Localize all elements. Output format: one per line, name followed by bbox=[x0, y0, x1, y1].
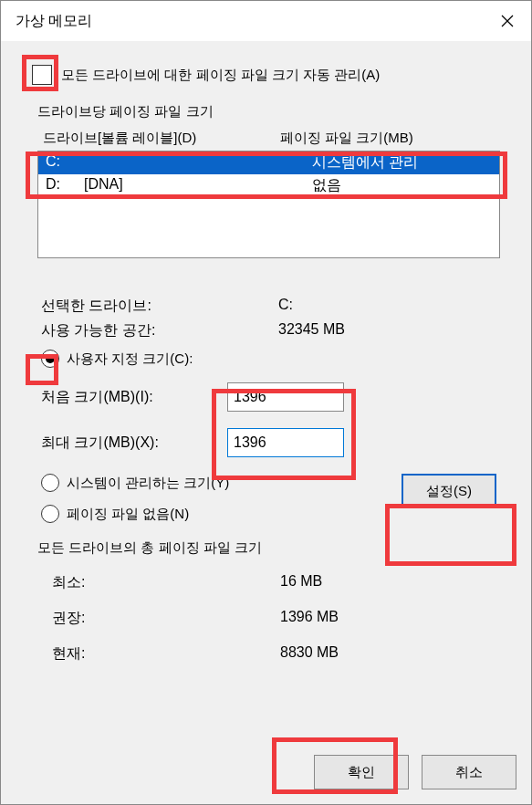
drive-list[interactable]: C: 시스템에서 관리 D: [DNA] 없음 bbox=[37, 151, 500, 258]
selected-drive-info: 선택한 드라이브: C: 사용 가능한 공간: 32345 MB bbox=[41, 297, 509, 340]
virtual-memory-dialog: 가상 메모리 모든 드라이브에 대한 페이징 파일 크기 자동 관리(A) 드라… bbox=[0, 0, 532, 805]
selected-drive-label: 선택한 드라이브: bbox=[41, 297, 278, 316]
cur-value: 8830 MB bbox=[280, 644, 339, 664]
initial-size-input[interactable] bbox=[227, 382, 344, 412]
max-size-label: 최대 크기(MB)(X): bbox=[41, 434, 227, 453]
max-size-input[interactable] bbox=[227, 428, 344, 457]
drive-label bbox=[84, 153, 312, 172]
auto-manage-row[interactable]: 모든 드라이브에 대한 페이징 파일 크기 자동 관리(A) bbox=[32, 65, 509, 85]
window-title: 가상 메모리 bbox=[16, 12, 92, 31]
min-label: 최소: bbox=[52, 573, 280, 592]
available-space-value: 32345 MB bbox=[278, 321, 345, 340]
ok-button[interactable]: 확인 bbox=[314, 755, 409, 789]
total-group-title: 모든 드라이브의 총 페이징 파일 크기 bbox=[37, 539, 509, 557]
auto-manage-checkbox[interactable] bbox=[32, 65, 52, 85]
rec-value: 1396 MB bbox=[280, 609, 339, 628]
drive-row-d[interactable]: D: [DNA] 없음 bbox=[38, 174, 499, 197]
drive-list-headers: 드라이브[볼륨 레이블](D) 페이징 파일 크기(MB) bbox=[43, 130, 509, 147]
system-managed-label: 시스템이 관리하는 크기(Y) bbox=[67, 475, 229, 492]
custom-size-label: 사용자 지정 크기(C): bbox=[67, 350, 193, 368]
dialog-content: 모든 드라이브에 대한 페이징 파일 크기 자동 관리(A) 드라이브당 페이징… bbox=[1, 41, 531, 746]
close-icon bbox=[501, 15, 514, 27]
cancel-button[interactable]: 취소 bbox=[422, 755, 516, 789]
custom-size-inputs: 처음 크기(MB)(I): 최대 크기(MB)(X): bbox=[41, 382, 509, 457]
no-paging-label: 페이징 파일 없음(N) bbox=[67, 506, 189, 523]
min-value: 16 MB bbox=[280, 573, 322, 592]
cur-label: 현재: bbox=[52, 644, 280, 664]
rec-label: 권장: bbox=[52, 609, 280, 628]
no-paging-radio[interactable] bbox=[41, 505, 59, 523]
col-drive-header: 드라이브[볼륨 레이블](D) bbox=[43, 130, 280, 147]
col-size-header: 페이징 파일 크기(MB) bbox=[280, 130, 413, 147]
titlebar: 가상 메모리 bbox=[1, 1, 531, 41]
custom-size-radio[interactable] bbox=[41, 350, 59, 368]
set-button[interactable]: 설정(S) bbox=[402, 474, 496, 508]
drive-size: 없음 bbox=[312, 176, 341, 195]
drive-letter: D: bbox=[46, 176, 84, 195]
dialog-footer: 확인 취소 bbox=[1, 746, 531, 804]
custom-size-radio-row[interactable]: 사용자 지정 크기(C): bbox=[41, 350, 509, 368]
initial-size-label: 처음 크기(MB)(I): bbox=[41, 388, 227, 407]
system-managed-radio[interactable] bbox=[41, 474, 59, 492]
per-drive-group-label: 드라이브당 페이징 파일 크기 bbox=[37, 103, 509, 120]
auto-manage-label: 모든 드라이브에 대한 페이징 파일 크기 자동 관리(A) bbox=[61, 67, 380, 84]
available-space-label: 사용 가능한 공간: bbox=[41, 321, 278, 340]
close-button[interactable] bbox=[484, 1, 531, 41]
drive-label: [DNA] bbox=[84, 176, 312, 195]
total-paging-group: 모든 드라이브의 총 페이징 파일 크기 최소: 16 MB 권장: 1396 … bbox=[37, 539, 509, 664]
drive-letter: C: bbox=[46, 153, 84, 172]
drive-size: 시스템에서 관리 bbox=[312, 153, 418, 172]
drive-row-c[interactable]: C: 시스템에서 관리 bbox=[38, 152, 499, 174]
selected-drive-value: C: bbox=[278, 297, 293, 316]
